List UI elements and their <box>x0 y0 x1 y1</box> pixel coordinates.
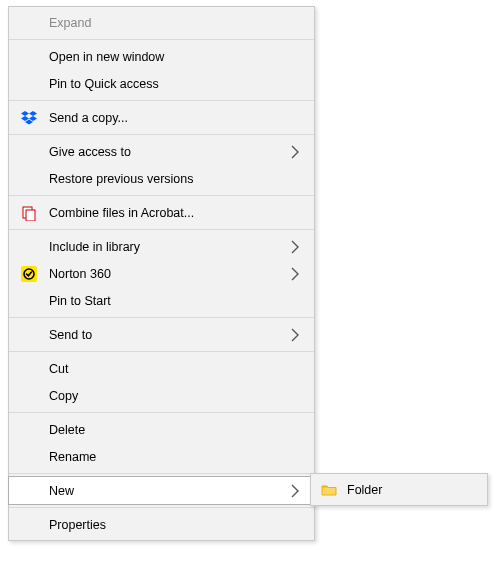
separator <box>9 39 314 40</box>
new-submenu: Folder <box>310 473 488 506</box>
folder-icon <box>311 482 347 498</box>
menu-item-send-to[interactable]: Send to <box>9 321 314 348</box>
separator <box>9 351 314 352</box>
separator <box>9 100 314 101</box>
chevron-right-icon <box>286 145 304 159</box>
menu-item-properties[interactable]: Properties <box>9 511 314 538</box>
menu-label: Send a copy... <box>49 111 304 125</box>
menu-item-open-new-window[interactable]: Open in new window <box>9 43 314 70</box>
menu-label: Properties <box>49 518 304 532</box>
menu-item-rename[interactable]: Rename <box>9 443 314 470</box>
menu-item-combine-acrobat[interactable]: Combine files in Acrobat... <box>9 199 314 226</box>
chevron-right-icon <box>286 484 304 498</box>
acrobat-icon <box>9 205 49 221</box>
menu-label: Expand <box>49 16 304 30</box>
submenu-item-folder[interactable]: Folder <box>311 476 487 503</box>
menu-label: New <box>49 484 286 498</box>
separator <box>9 412 314 413</box>
chevron-right-icon <box>286 328 304 342</box>
menu-item-give-access[interactable]: Give access to <box>9 138 314 165</box>
menu-label: Combine files in Acrobat... <box>49 206 304 220</box>
dropbox-icon <box>9 110 49 126</box>
menu-item-cut[interactable]: Cut <box>9 355 314 382</box>
menu-label: Restore previous versions <box>49 172 304 186</box>
separator <box>9 134 314 135</box>
svg-marker-1 <box>29 111 37 116</box>
chevron-right-icon <box>286 267 304 281</box>
menu-label: Include in library <box>49 240 286 254</box>
menu-label: Delete <box>49 423 304 437</box>
menu-label: Give access to <box>49 145 286 159</box>
menu-item-delete[interactable]: Delete <box>9 416 314 443</box>
svg-marker-2 <box>21 116 29 121</box>
menu-item-pin-quick-access[interactable]: Pin to Quick access <box>9 70 314 97</box>
menu-label: Pin to Start <box>49 294 304 308</box>
menu-label: Open in new window <box>49 50 304 64</box>
norton-icon <box>9 266 49 282</box>
context-menu: Expand Open in new window Pin to Quick a… <box>8 6 315 541</box>
menu-item-copy[interactable]: Copy <box>9 382 314 409</box>
menu-item-send-copy[interactable]: Send a copy... <box>9 104 314 131</box>
menu-item-include-library[interactable]: Include in library <box>9 233 314 260</box>
svg-rect-6 <box>26 210 35 221</box>
menu-item-pin-start[interactable]: Pin to Start <box>9 287 314 314</box>
menu-item-norton-360[interactable]: Norton 360 <box>9 260 314 287</box>
separator <box>9 473 314 474</box>
menu-label: Cut <box>49 362 304 376</box>
menu-item-restore-versions[interactable]: Restore previous versions <box>9 165 314 192</box>
separator <box>9 229 314 230</box>
separator <box>9 195 314 196</box>
menu-label: Norton 360 <box>49 267 286 281</box>
menu-label: Copy <box>49 389 304 403</box>
menu-label: Pin to Quick access <box>49 77 304 91</box>
svg-marker-3 <box>29 116 37 121</box>
menu-label: Send to <box>49 328 286 342</box>
submenu-label: Folder <box>347 483 477 497</box>
separator <box>9 507 314 508</box>
svg-marker-4 <box>25 119 33 124</box>
menu-item-new[interactable]: New <box>8 476 315 505</box>
svg-marker-0 <box>21 111 29 116</box>
chevron-right-icon <box>286 240 304 254</box>
menu-label: Rename <box>49 450 304 464</box>
separator <box>9 317 314 318</box>
menu-item-expand[interactable]: Expand <box>9 9 314 36</box>
